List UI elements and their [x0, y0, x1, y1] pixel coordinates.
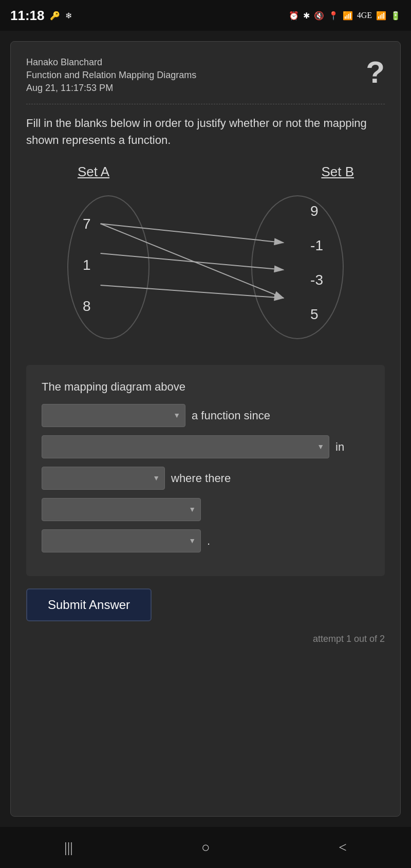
sentence-text-5: .: [207, 534, 210, 548]
dropdown-4[interactable]: is are: [42, 498, 201, 521]
card-header: Hanako Blanchard Function and Relation M…: [26, 57, 385, 94]
dropdown-wrapper-5[interactable]: mapped outputs multiple outputs: [42, 529, 201, 552]
4ge-label: 4GE: [357, 11, 372, 20]
dropdown-1[interactable]: is is not: [42, 404, 185, 427]
assignment-title: Function and Relation Mapping Diagrams: [26, 70, 196, 81]
sentence-intro: The mapping diagram above: [42, 380, 369, 394]
dropdown-5[interactable]: mapped outputs multiple outputs: [42, 529, 201, 552]
sentence-row-1: is is not a function since: [42, 404, 369, 427]
header-divider: [26, 104, 385, 104]
set-b-number-neg3: -3: [310, 272, 323, 288]
ellipse-a: [67, 195, 150, 339]
nav-home-button[interactable]: ○: [191, 834, 220, 861]
sentence-area: The mapping diagram above is is not a fu…: [26, 365, 385, 576]
wifi-icon: 📶: [343, 11, 353, 21]
student-name: Hanako Blanchard: [26, 57, 196, 68]
snowflake-icon: ❄: [65, 11, 72, 21]
dropdown-wrapper-3[interactable]: Set A Set B: [42, 467, 165, 490]
dropdown-wrapper-1[interactable]: is is not: [42, 404, 185, 427]
card-header-info: Hanako Blanchard Function and Relation M…: [26, 57, 196, 94]
main-card: Hanako Blanchard Function and Relation M…: [10, 41, 401, 817]
status-time: 11:18: [10, 8, 45, 24]
set-b-label: Set B: [321, 164, 354, 180]
ellipse-b: [251, 195, 344, 339]
instructions-text: Fill in the blanks below in order to jus…: [26, 115, 385, 149]
status-bar-right: ⏰ ✱ 🔇 📍 📶 4GE 📶 🔋: [289, 11, 401, 21]
set-a-number-1: 1: [83, 257, 91, 273]
set-labels: Set A Set B: [26, 164, 385, 180]
key-icon: 🔑: [50, 11, 60, 21]
set-a-label: Set A: [78, 164, 109, 180]
dropdown-wrapper-4[interactable]: is are: [42, 498, 201, 521]
mute-icon: 🔇: [314, 11, 324, 21]
bottom-nav: ||| ○ <: [0, 827, 411, 868]
mapping-diagram: 7 1 8 9 -1 -3 5: [26, 185, 385, 355]
sentence-row-5: mapped outputs multiple outputs .: [42, 529, 369, 552]
attempt-text: attempt 1 out of 2: [26, 634, 385, 644]
set-b-number-neg1: -1: [310, 237, 323, 254]
dropdown-wrapper-2[interactable]: each element some elements: [42, 435, 329, 458]
signal-icon: 📶: [376, 11, 386, 21]
location-icon: 📍: [328, 11, 339, 21]
status-bar: 11:18 🔑 ❄ ⏰ ✱ 🔇 📍 📶 4GE 📶 🔋: [0, 0, 411, 31]
set-b-number-5: 5: [310, 306, 323, 323]
set-a-number-7: 7: [83, 216, 91, 232]
sentence-row-3: Set A Set B where there: [42, 467, 369, 490]
assignment-date: Aug 21, 11:17:53 PM: [26, 83, 196, 94]
alarm-icon: ⏰: [289, 11, 299, 21]
dropdown-3[interactable]: Set A Set B: [42, 467, 165, 490]
sentence-row-2: each element some elements in: [42, 435, 369, 458]
sentence-text-2: in: [335, 440, 344, 454]
status-bar-left: 11:18 🔑 ❄: [10, 8, 72, 24]
help-icon[interactable]: ?: [366, 57, 385, 88]
nav-forward-button[interactable]: <: [328, 834, 357, 861]
dropdown-2[interactable]: each element some elements: [42, 435, 329, 458]
nav-back-button[interactable]: |||: [54, 834, 83, 861]
sentence-text-3: where there: [171, 472, 231, 485]
submit-button[interactable]: Submit Answer: [26, 588, 152, 621]
set-b-number-9: 9: [310, 203, 323, 219]
sentence-text-1: a function since: [192, 409, 270, 422]
battery-icon: 🔋: [390, 11, 401, 21]
bluetooth-icon: ✱: [303, 11, 310, 21]
sentence-row-4: is are: [42, 498, 369, 521]
set-a-number-8: 8: [83, 298, 91, 315]
